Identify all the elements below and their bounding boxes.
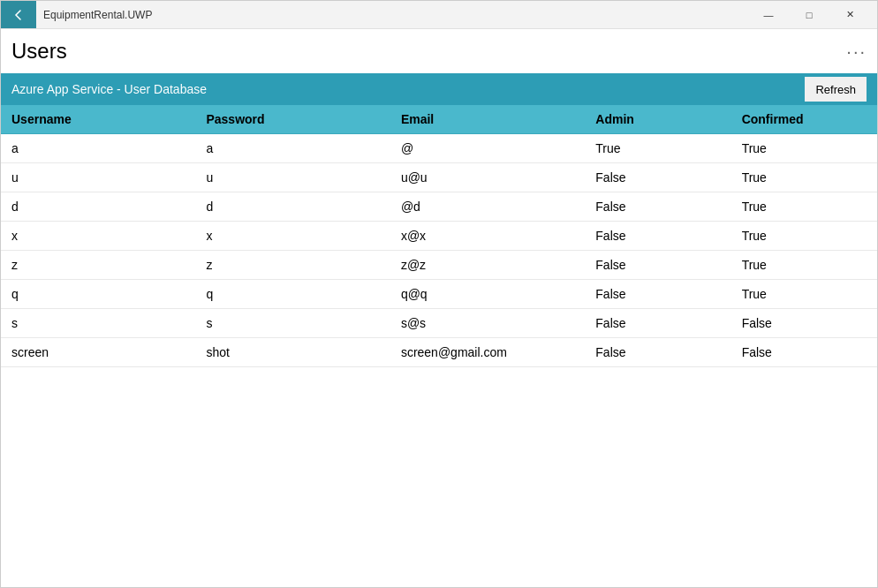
col-header-admin: Admin <box>585 105 730 134</box>
title-bar: EquipmentRental.UWP — □ ✕ <box>1 1 877 29</box>
app-window: EquipmentRental.UWP — □ ✕ Users ··· Azur… <box>0 0 878 588</box>
cell-username: z <box>1 251 195 280</box>
cell-email: screen@gmail.com <box>390 338 585 367</box>
cell-email: x@x <box>390 222 585 251</box>
service-bar: Azure App Service - User Database Refres… <box>1 73 877 105</box>
table-row[interactable]: qqq@qFalseTrue <box>1 280 877 309</box>
cell-username: q <box>1 280 195 309</box>
cell-username: screen <box>1 338 195 367</box>
table-row[interactable]: sss@sFalseFalse <box>1 309 877 338</box>
cell-email: @ <box>390 134 585 163</box>
cell-password: a <box>195 134 390 163</box>
cell-admin: False <box>585 251 730 280</box>
cell-username: u <box>1 163 195 192</box>
cell-confirmed: True <box>731 251 877 280</box>
window-controls: — □ ✕ <box>748 1 870 29</box>
cell-confirmed: True <box>731 222 877 251</box>
cell-password: shot <box>195 338 390 367</box>
col-header-username: Username <box>1 105 195 134</box>
cell-password: s <box>195 309 390 338</box>
col-header-confirmed: Confirmed <box>731 105 877 134</box>
app-title: EquipmentRental.UWP <box>43 9 748 21</box>
cell-username: a <box>1 134 195 163</box>
cell-admin: True <box>585 134 730 163</box>
table-row[interactable]: screenshotscreen@gmail.comFalseFalse <box>1 338 877 367</box>
content-area: Azure App Service - User Database Refres… <box>1 73 877 587</box>
cell-email: u@u <box>390 163 585 192</box>
cell-admin: False <box>585 338 730 367</box>
table-row[interactable]: xxx@xFalseTrue <box>1 222 877 251</box>
cell-password: u <box>195 163 390 192</box>
table-row[interactable]: aa@TrueTrue <box>1 134 877 163</box>
cell-confirmed: False <box>731 338 877 367</box>
cell-admin: False <box>585 192 730 222</box>
col-header-password: Password <box>195 105 390 134</box>
page-header: Users ··· <box>1 29 877 73</box>
table-row[interactable]: uuu@uFalseTrue <box>1 163 877 192</box>
service-label: Azure App Service - User Database <box>11 82 207 96</box>
table-row[interactable]: dd@dFalseTrue <box>1 192 877 222</box>
table-row[interactable]: zzz@zFalseTrue <box>1 251 877 280</box>
table-container: Username Password Email Admin Confirmed … <box>1 105 877 587</box>
col-header-email: Email <box>390 105 585 134</box>
cell-confirmed: True <box>731 134 877 163</box>
cell-password: z <box>195 251 390 280</box>
table-header-row: Username Password Email Admin Confirmed <box>1 105 877 134</box>
back-button[interactable] <box>1 1 36 28</box>
minimize-button[interactable]: — <box>748 1 789 29</box>
cell-confirmed: True <box>731 280 877 309</box>
users-table: Username Password Email Admin Confirmed … <box>1 105 877 367</box>
cell-username: d <box>1 192 195 222</box>
cell-password: q <box>195 280 390 309</box>
cell-admin: False <box>585 309 730 338</box>
close-button[interactable]: ✕ <box>829 1 870 29</box>
cell-admin: False <box>585 222 730 251</box>
maximize-button[interactable]: □ <box>789 1 829 29</box>
cell-email: q@q <box>390 280 585 309</box>
cell-password: d <box>195 192 390 222</box>
cell-confirmed: True <box>731 192 877 222</box>
cell-email: z@z <box>390 251 585 280</box>
cell-username: x <box>1 222 195 251</box>
cell-email: @d <box>390 192 585 222</box>
cell-confirmed: False <box>731 309 877 338</box>
cell-admin: False <box>585 163 730 192</box>
refresh-button[interactable]: Refresh <box>805 77 867 102</box>
cell-email: s@s <box>390 309 585 338</box>
cell-password: x <box>195 222 390 251</box>
cell-confirmed: True <box>731 163 877 192</box>
more-options-button[interactable]: ··· <box>846 41 867 62</box>
cell-admin: False <box>585 280 730 309</box>
page-title: Users <box>11 39 67 64</box>
cell-username: s <box>1 309 195 338</box>
